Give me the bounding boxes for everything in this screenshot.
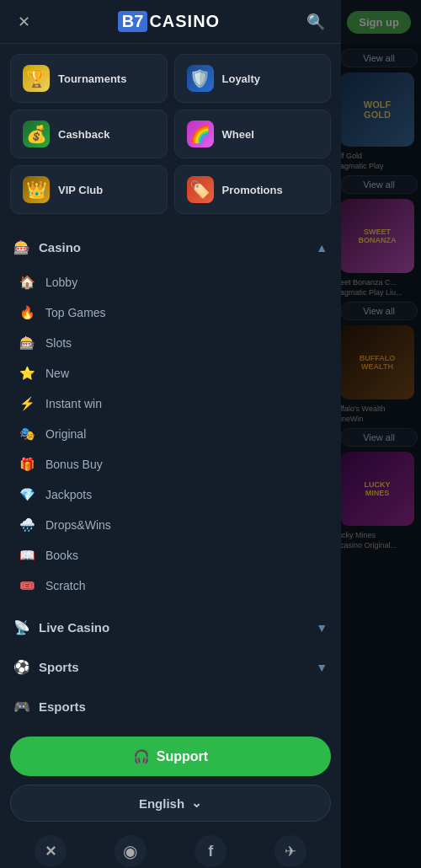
instant-win-icon: ⚡ — [19, 396, 35, 411]
new-icon: ⭐ — [19, 366, 35, 381]
game-subtitle-lucky: casino Original... — [340, 541, 418, 549]
quick-link-tournaments[interactable]: 🏆 Tournaments — [10, 54, 168, 103]
casino-section-header[interactable]: 🎰 Casino ▲ — [0, 231, 341, 264]
promotions-icon: 🏷️ — [187, 176, 214, 203]
slots-icon: 🎰 — [19, 335, 35, 351]
casino-section-icon: 🎰 — [13, 239, 30, 255]
quick-link-wheel[interactable]: 🌈 Wheel — [174, 110, 332, 158]
game-card-lucky-mines[interactable]: LUCKYMINES — [340, 452, 414, 526]
telegram-icon[interactable]: ✈ — [274, 835, 306, 867]
sidebar-item-drops-wins[interactable]: 🌧️ Drops&Wins — [0, 510, 341, 540]
casino-chevron-icon: ▲ — [316, 241, 328, 255]
sports-section-label: Sports — [39, 660, 79, 674]
quick-link-promotions[interactable]: 🏷️ Promotions — [174, 165, 332, 214]
language-button[interactable]: English ⌄ — [10, 785, 331, 822]
sports-section-header[interactable]: ⚽ Sports ▼ — [0, 651, 341, 683]
top-games-label: Top Games — [45, 306, 106, 319]
language-label: English — [139, 796, 184, 811]
quick-link-vip[interactable]: 👑 VIP Club — [10, 165, 168, 214]
game-title-buffalo: ffalo's Wealth — [340, 405, 418, 413]
live-casino-section-header[interactable]: 📡 Live Casino ▼ — [0, 611, 341, 644]
promotions-label: Promotions — [222, 184, 283, 196]
view-all-button-1[interactable]: View all — [340, 49, 418, 67]
signup-button[interactable]: Sign up — [347, 11, 411, 34]
game-subtitle-buffalo: ineWin — [340, 415, 418, 423]
esports-section-icon: 🎮 — [13, 699, 30, 715]
top-games-icon: 🔥 — [19, 305, 35, 320]
esports-section-label: Esports — [39, 699, 86, 714]
tournaments-label: Tournaments — [58, 72, 126, 85]
game-card-buffalo[interactable]: BUFFALOWEALTH — [340, 325, 414, 399]
close-button[interactable]: ✕ — [12, 10, 35, 34]
cashback-icon: 💰 — [23, 121, 50, 147]
esports-section: 🎮 Esports — [0, 690, 341, 723]
game-title-candy: eet Bonanza C... — [340, 278, 418, 287]
bonus-buy-label: Bonus Buy — [45, 458, 103, 471]
sidebar-header: ✕ B7 CASINO 🔍 — [0, 0, 341, 44]
lobby-icon: 🏠 — [19, 275, 35, 290]
cashback-label: Cashback — [58, 128, 109, 141]
casino-nav-items: 🏠 Lobby 🔥 Top Games 🎰 Slots ⭐ New ⚡ Inst… — [0, 264, 341, 604]
tournaments-icon: 🏆 — [23, 65, 50, 92]
instant-win-label: Instant win — [45, 397, 102, 410]
live-casino-section-icon: 📡 — [13, 619, 30, 635]
support-icon: 🎧 — [133, 748, 150, 764]
slots-label: Slots — [45, 336, 72, 350]
sidebar-item-scratch[interactable]: 🎟️ Scratch — [0, 571, 341, 601]
loyalty-label: Loyalty — [222, 72, 261, 85]
game-title-wolf: lf Gold — [340, 152, 418, 160]
quick-link-cashback[interactable]: 💰 Cashback — [10, 110, 168, 158]
facebook-icon[interactable]: f — [195, 835, 226, 867]
game-subtitle-wolf: agmatic Play — [340, 162, 418, 170]
casino-section-label: Casino — [39, 240, 81, 255]
books-icon: 📖 — [19, 548, 35, 563]
language-arrow-icon: ⌄ — [191, 796, 202, 811]
quick-links-grid: 🏆 Tournaments 🛡️ Loyalty 💰 Cashback 🌈 Wh… — [0, 44, 341, 224]
sidebar-logo: B7 CASINO — [118, 11, 220, 32]
quick-link-loyalty[interactable]: 🛡️ Loyalty — [174, 54, 332, 103]
game-title-lucky: icky Mines — [340, 531, 418, 539]
search-button[interactable]: 🔍 — [302, 8, 329, 35]
sidebar-item-top-games[interactable]: 🔥 Top Games — [0, 297, 341, 328]
vip-label: VIP Club — [58, 184, 103, 196]
sidebar-bottom: 🎧 Support English ⌄ ✕ ◉ f ✈ — [0, 723, 341, 868]
live-casino-section-label: Live Casino — [39, 620, 109, 635]
view-all-button-3[interactable]: View all — [340, 302, 418, 320]
sidebar-item-slots[interactable]: 🎰 Slots — [0, 328, 341, 358]
sports-section-icon: ⚽ — [13, 659, 30, 675]
sidebar-item-instant-win[interactable]: ⚡ Instant win — [0, 388, 341, 419]
sidebar-item-original[interactable]: 🎭 Original — [0, 419, 341, 449]
live-casino-chevron-icon: ▼ — [316, 621, 328, 635]
view-all-button-2[interactable]: View all — [340, 175, 418, 194]
view-all-button-4[interactable]: View all — [340, 428, 418, 447]
support-button[interactable]: 🎧 Support — [10, 737, 331, 776]
game-card-wolf-gold[interactable]: WOLFGOLD — [340, 72, 414, 147]
new-label: New — [45, 367, 69, 380]
sidebar: ✕ B7 CASINO 🔍 🏆 Tournaments 🛡️ Loyalty 💰… — [0, 0, 341, 868]
wheel-icon: 🌈 — [187, 121, 214, 147]
sidebar-item-bonus-buy[interactable]: 🎁 Bonus Buy — [0, 449, 341, 480]
scratch-label: Scratch — [45, 579, 85, 592]
drops-wins-icon: 🌧️ — [19, 517, 35, 533]
game-subtitle-candy: agmatic Play Liu... — [340, 288, 418, 297]
books-label: Books — [45, 549, 78, 562]
sidebar-item-new[interactable]: ⭐ New — [0, 358, 341, 388]
sports-section: ⚽ Sports ▼ — [0, 651, 341, 683]
vip-icon: 👑 — [23, 176, 50, 203]
instagram-icon[interactable]: ◉ — [115, 835, 147, 867]
sidebar-item-lobby[interactable]: 🏠 Lobby — [0, 267, 341, 297]
sidebar-item-jackpots[interactable]: 💎 Jackpots — [0, 480, 341, 510]
twitter-icon[interactable]: ✕ — [35, 835, 67, 867]
esports-section-header[interactable]: 🎮 Esports — [0, 690, 341, 723]
drops-wins-label: Drops&Wins — [45, 518, 111, 532]
live-casino-section: 📡 Live Casino ▼ — [0, 611, 341, 644]
social-links: ✕ ◉ f ✈ — [10, 832, 331, 868]
wheel-label: Wheel — [222, 128, 254, 141]
loyalty-icon: 🛡️ — [187, 65, 214, 92]
logo-casino: CASINO — [149, 12, 220, 31]
jackpots-icon: 💎 — [19, 487, 35, 502]
lobby-label: Lobby — [45, 276, 77, 289]
sidebar-item-books[interactable]: 📖 Books — [0, 540, 341, 571]
original-icon: 🎭 — [19, 426, 35, 442]
game-card-sweet-bonanza[interactable]: SWEETBONANZA — [340, 199, 414, 273]
